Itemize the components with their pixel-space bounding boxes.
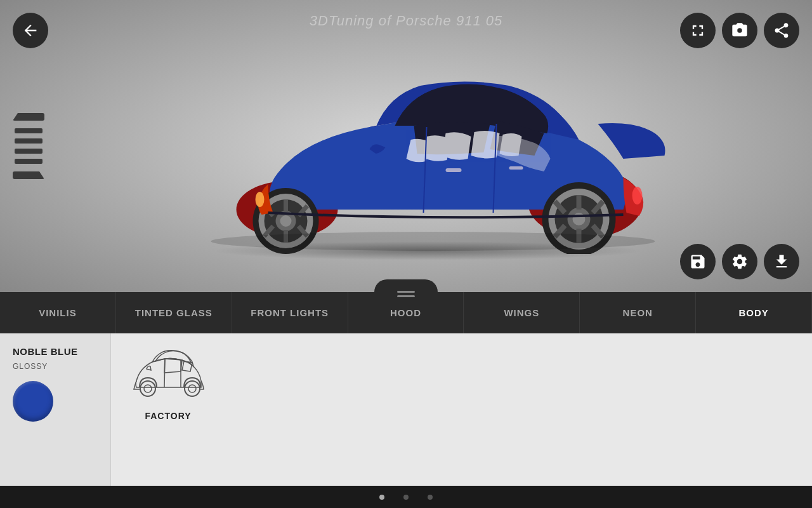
tab-wings[interactable]: WINGS — [464, 292, 580, 333]
share-button[interactable] — [764, 13, 799, 48]
settings-icon — [731, 253, 749, 271]
save-button[interactable] — [680, 244, 716, 279]
pagination-dot-1[interactable] — [379, 495, 384, 500]
svg-line-29 — [164, 359, 165, 387]
svg-point-33 — [185, 381, 200, 396]
top-right-buttons — [680, 13, 799, 48]
tab-vinilis[interactable]: VINILIS — [0, 292, 116, 333]
pagination-dot-2[interactable] — [403, 495, 409, 500]
download-icon — [773, 253, 790, 271]
toolbar-icon-4 — [15, 149, 43, 154]
camera-button[interactable] — [722, 13, 757, 48]
tab-tinted-glass[interactable]: TINTED GLASS — [116, 292, 232, 333]
svg-point-32 — [144, 385, 152, 392]
tab-strip: VINILIS TINTED GLASS FRONT LIGHTS HOOD W… — [0, 292, 812, 333]
svg-rect-3 — [509, 166, 523, 170]
car-svg — [192, 51, 668, 254]
car-container — [192, 51, 668, 254]
pagination-dot-3[interactable] — [428, 495, 433, 500]
option-factory[interactable]: FACTORY — [130, 346, 206, 421]
back-icon — [22, 22, 39, 39]
option-factory-image — [130, 346, 206, 403]
svg-point-28 — [211, 232, 655, 251]
options-panel: FACTORY — [111, 333, 812, 508]
car-wireframe-svg — [130, 346, 206, 403]
svg-point-25 — [280, 215, 292, 227]
tab-strip-bump — [374, 279, 438, 308]
fullscreen-icon — [689, 22, 707, 39]
svg-rect-2 — [446, 168, 462, 172]
toolbar-icon-1 — [13, 113, 44, 121]
bottom-right-buttons — [680, 244, 799, 279]
option-factory-label: FACTORY — [145, 411, 191, 421]
share-icon — [773, 22, 790, 39]
color-panel: NOBLE BLUE GLOSSY — [0, 333, 111, 508]
fullscreen-button[interactable] — [680, 13, 716, 48]
camera-icon — [731, 22, 749, 39]
toolbar-icon-3 — [15, 138, 43, 144]
tab-neon[interactable]: NEON — [580, 292, 696, 333]
tab-front-lights[interactable]: FRONT LIGHTS — [232, 292, 348, 333]
back-button[interactable] — [13, 13, 48, 48]
left-toolbar — [13, 113, 44, 179]
toolbar-icon-2 — [15, 128, 43, 133]
tab-body[interactable]: BODY — [696, 292, 812, 333]
pagination — [0, 486, 812, 508]
toolbar-icon-5 — [15, 159, 43, 164]
color-swatch[interactable] — [13, 381, 53, 422]
settings-button[interactable] — [722, 244, 757, 279]
svg-point-26 — [632, 187, 643, 204]
viewer-area: 3DTuning of Porsche 911 05 — [0, 0, 812, 292]
save-icon — [689, 253, 707, 271]
svg-point-27 — [256, 192, 265, 207]
bump-line-1 — [397, 291, 415, 293]
color-name: NOBLE BLUE — [13, 346, 98, 357]
download-button[interactable] — [764, 244, 799, 279]
svg-point-34 — [188, 385, 196, 392]
bump-lines — [397, 291, 415, 297]
bump-line-2 — [397, 295, 415, 297]
bottom-content: NOBLE BLUE GLOSSY — [0, 333, 812, 508]
header-title: 3DTuning of Porsche 911 05 — [310, 13, 502, 29]
svg-point-31 — [140, 381, 155, 396]
toolbar-icon-6 — [13, 171, 44, 179]
color-type: GLOSSY — [13, 362, 98, 371]
